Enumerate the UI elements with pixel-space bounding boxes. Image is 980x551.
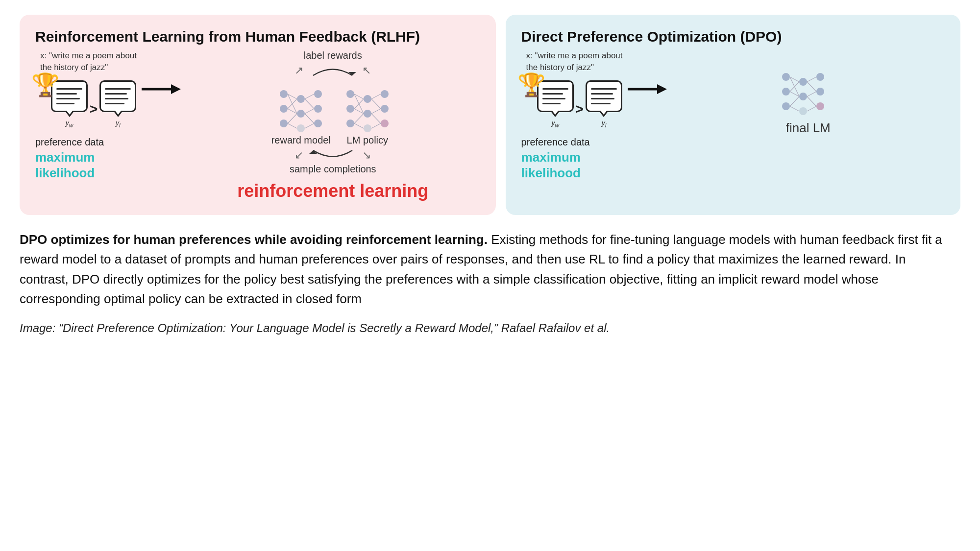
trophy-icon: 🏆	[31, 72, 59, 98]
svg-marker-1	[171, 84, 181, 94]
svg-point-48	[782, 102, 790, 110]
dpo-pref-label: preference data	[521, 137, 590, 148]
reward-model-network	[274, 82, 328, 136]
svg-line-19	[305, 99, 314, 109]
reward-model-label: reward model	[271, 135, 331, 146]
svg-point-23	[346, 90, 354, 98]
description-text: DPO optimizes for human preferences whil…	[20, 230, 951, 309]
svg-line-22	[305, 123, 314, 128]
svg-point-3	[280, 90, 288, 98]
svg-line-34	[354, 99, 364, 109]
svg-point-6	[297, 95, 305, 103]
svg-point-8	[297, 124, 305, 132]
svg-point-9	[314, 90, 322, 98]
svg-point-51	[799, 107, 807, 115]
svg-point-24	[346, 105, 354, 113]
svg-line-64	[807, 96, 816, 106]
svg-line-42	[371, 123, 381, 128]
svg-line-57	[790, 82, 799, 92]
svg-point-49	[799, 78, 807, 86]
citation-text: Image: “Direct Preference Optimization: …	[20, 319, 960, 337]
dpo-title: Direct Preference Optimization (DPO)	[521, 28, 945, 45]
svg-point-47	[782, 88, 790, 96]
rlhf-center: label rewards ↗ ↖	[186, 50, 480, 201]
dpo-trophy-icon: 🏆	[517, 72, 545, 98]
svg-line-39	[371, 99, 381, 109]
rlhf-max-likelihood: maximumlikelihood	[35, 150, 104, 180]
lm-policy-label: LM policy	[347, 135, 388, 146]
svg-point-46	[782, 73, 790, 81]
rlhf-box: Reinforcement Learning from Human Feedba…	[20, 15, 496, 215]
dpo-max-likelihood: maximumlikelihood	[521, 150, 590, 180]
svg-point-54	[816, 102, 824, 110]
final-lm-label: final LM	[786, 120, 831, 136]
svg-point-53	[816, 88, 824, 96]
rlhf-pref-label: preference data	[35, 137, 104, 148]
final-lm-network	[776, 65, 840, 119]
svg-line-41	[371, 114, 381, 123]
svg-point-10	[314, 105, 322, 113]
dpo-arrow	[628, 79, 667, 101]
rl-text: reinforcement learning	[237, 181, 428, 201]
svg-point-11	[314, 120, 322, 127]
svg-point-29	[381, 90, 389, 98]
svg-line-16	[288, 114, 297, 123]
rlhf-prompt: x: "write me a poem about the history of…	[40, 50, 137, 73]
svg-marker-45	[657, 84, 667, 94]
lm-policy-network	[341, 82, 394, 136]
svg-line-37	[354, 123, 364, 128]
description-bold: DPO optimizes for human preferences whil…	[20, 232, 488, 247]
svg-line-62	[807, 82, 816, 92]
svg-point-27	[364, 110, 371, 118]
dpo-bubble-yl	[586, 80, 622, 112]
dpo-box: Direct Preference Optimization (DPO) x: …	[506, 15, 960, 215]
svg-point-26	[364, 95, 371, 103]
loop-arrow-bottom	[308, 148, 357, 163]
svg-line-36	[354, 114, 364, 123]
svg-line-63	[807, 92, 816, 96]
svg-point-5	[280, 120, 288, 127]
svg-point-4	[280, 105, 288, 113]
svg-point-52	[816, 73, 824, 81]
dpo-final-lm: final LM	[672, 65, 945, 136]
dpo-prompt: x: "write me a poem about the history of…	[526, 50, 623, 73]
loop-arrow-top	[308, 63, 357, 78]
rlhf-title: Reinforcement Learning from Human Feedba…	[35, 28, 480, 45]
svg-line-17	[288, 123, 297, 128]
label-rewards: label rewards	[304, 50, 362, 61]
rlhf-arrow	[142, 79, 181, 101]
svg-line-61	[807, 77, 816, 82]
svg-line-38	[371, 94, 381, 99]
svg-point-7	[297, 110, 305, 118]
svg-point-31	[381, 120, 389, 127]
svg-point-25	[346, 120, 354, 127]
svg-line-59	[790, 96, 799, 106]
svg-line-65	[807, 106, 816, 111]
svg-line-40	[371, 109, 381, 114]
svg-point-28	[364, 124, 371, 132]
svg-line-18	[305, 94, 314, 99]
sample-completions-label: sample completions	[290, 164, 376, 175]
top-section: Reinforcement Learning from Human Feedba…	[20, 15, 960, 215]
svg-point-50	[799, 93, 807, 100]
svg-point-30	[381, 105, 389, 113]
svg-line-60	[790, 106, 799, 111]
svg-line-14	[288, 99, 297, 109]
bubble-yl	[99, 80, 136, 112]
svg-line-20	[305, 109, 314, 114]
svg-line-21	[305, 114, 314, 123]
